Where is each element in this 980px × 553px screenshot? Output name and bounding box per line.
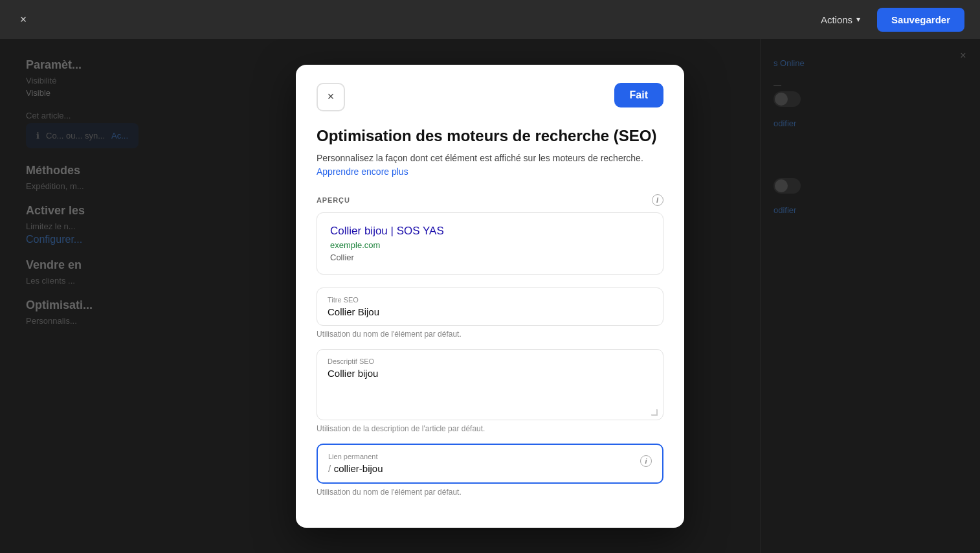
chevron-down-icon: ▾	[856, 15, 860, 24]
seo-title-hint: Utilisation du nom de l'élément par défa…	[317, 330, 663, 339]
permalink-field[interactable]: Lien permanent / collier-bijou i	[317, 444, 663, 484]
permalink-content: Lien permanent / collier-bijou	[328, 453, 640, 475]
top-close-icon[interactable]: ×	[16, 12, 31, 27]
permalink-slash: /	[328, 463, 331, 474]
learn-more-link[interactable]: Apprendre encore plus	[317, 166, 408, 177]
modal-header: × Fait	[296, 65, 684, 111]
save-button[interactable]: Sauvegarder	[877, 8, 964, 32]
content-area: Paramèt... Visibilité Visible Cet articl…	[0, 39, 980, 553]
permalink-value: collier-bijou	[334, 463, 383, 474]
seo-title-value: Collier Bijou	[328, 306, 652, 317]
seo-title-label: Titre SEO	[328, 296, 652, 304]
modal-title-area: Optimisation des moteurs de recherche (S…	[296, 111, 684, 179]
apercu-label-text: APERÇU	[317, 196, 350, 204]
permalink-info-icon[interactable]: i	[640, 455, 652, 467]
actions-label: Actions	[821, 14, 852, 25]
seo-desc-value: Collier bijou	[328, 368, 652, 379]
seo-title-group: Titre SEO Collier Bijou Utilisation du n…	[317, 288, 663, 339]
seo-desc-hint: Utilisation de la description de l'artic…	[317, 424, 663, 433]
modal-overlay: × Fait Optimisation des moteurs de reche…	[0, 39, 980, 553]
modal-body: APERÇU i Collier bijou | SOS YAS exemple…	[296, 179, 684, 497]
background-page: × Actions ▾ Sauvegarder Paramèt... Visib…	[0, 0, 980, 553]
seo-desc-field[interactable]: Descriptif SEO Collier bijou	[317, 349, 663, 420]
seo-modal: × Fait Optimisation des moteurs de reche…	[296, 65, 684, 528]
modal-desc-text: Personnalisez la façon dont cet élément …	[317, 153, 643, 163]
seo-desc-group: Descriptif SEO Collier bijou Utilisation…	[317, 349, 663, 433]
modal-close-button[interactable]: ×	[317, 83, 345, 111]
top-bar: × Actions ▾ Sauvegarder	[0, 0, 980, 39]
resize-handle	[651, 409, 658, 416]
seo-title-field[interactable]: Titre SEO Collier Bijou	[317, 288, 663, 326]
permalink-label: Lien permanent	[328, 453, 640, 460]
seo-desc-label: Descriptif SEO	[328, 357, 652, 365]
preview-title: Collier bijou | SOS YAS	[330, 225, 650, 238]
modal-description: Personnalisez la façon dont cet élément …	[317, 152, 663, 179]
modal-done-button[interactable]: Fait	[614, 83, 663, 107]
seo-preview-box: Collier bijou | SOS YAS exemple.com Coll…	[317, 212, 663, 275]
actions-button[interactable]: Actions ▾	[812, 9, 869, 30]
apercu-info-icon[interactable]: i	[652, 194, 663, 206]
permalink-group: Lien permanent / collier-bijou i Utilisa…	[317, 444, 663, 497]
permalink-hint: Utilisation du nom de l'élément par défa…	[317, 488, 663, 497]
modal-title: Optimisation des moteurs de recherche (S…	[317, 127, 663, 145]
preview-url: exemple.com	[330, 240, 650, 250]
top-bar-right: Actions ▾ Sauvegarder	[812, 8, 964, 32]
apercu-section-label: APERÇU i	[317, 194, 663, 206]
preview-desc: Collier	[330, 253, 650, 262]
